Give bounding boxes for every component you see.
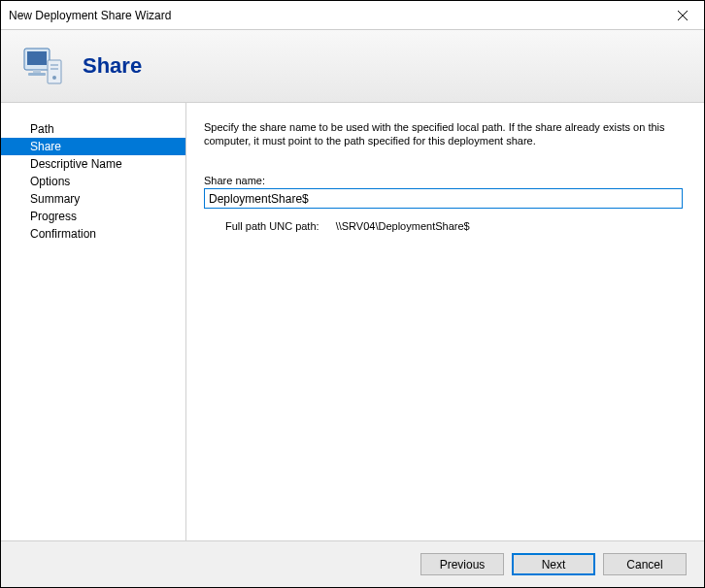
sidebar-item-share[interactable]: Share (1, 138, 185, 155)
svg-rect-3 (28, 73, 46, 76)
previous-button[interactable]: Previous (420, 553, 504, 575)
full-path-row: Full path UNC path: \\SRV04\DeploymentSh… (204, 220, 683, 232)
sidebar-item-confirmation[interactable]: Confirmation (1, 225, 185, 243)
svg-point-7 (52, 76, 56, 80)
content-panel: Specify the share name to be used with t… (185, 103, 704, 540)
close-button[interactable] (660, 1, 704, 29)
full-path-label: Full path UNC path: (225, 220, 319, 232)
sidebar-item-summary[interactable]: Summary (1, 190, 185, 208)
full-path-value: \\SRV04\DeploymentShare$ (336, 220, 470, 232)
sidebar: Path Share Descriptive Name Options Summ… (1, 103, 185, 540)
svg-rect-6 (50, 68, 58, 70)
svg-rect-2 (33, 70, 41, 73)
sidebar-item-progress[interactable]: Progress (1, 208, 185, 225)
page-title: Share (83, 53, 142, 79)
titlebar: New Deployment Share Wizard (1, 1, 704, 30)
wizard-header: Share (1, 30, 704, 103)
next-button[interactable]: Next (512, 553, 595, 575)
share-name-label: Share name: (204, 175, 683, 186)
sidebar-item-path[interactable]: Path (1, 120, 185, 138)
svg-rect-5 (50, 64, 58, 66)
sidebar-item-descriptive-name[interactable]: Descriptive Name (1, 155, 185, 173)
window-title: New Deployment Share Wizard (9, 9, 171, 22)
instructions-text: Specify the share name to be used with t… (204, 120, 683, 147)
wizard-body: Path Share Descriptive Name Options Summ… (1, 103, 704, 540)
svg-rect-1 (27, 51, 47, 65)
sidebar-item-options[interactable]: Options (1, 173, 185, 190)
cancel-button[interactable]: Cancel (603, 553, 687, 575)
share-name-input[interactable] (204, 188, 683, 209)
close-icon (678, 11, 688, 20)
computer-icon (18, 43, 65, 89)
svg-rect-4 (48, 60, 61, 83)
button-bar: Previous Next Cancel (1, 540, 704, 587)
